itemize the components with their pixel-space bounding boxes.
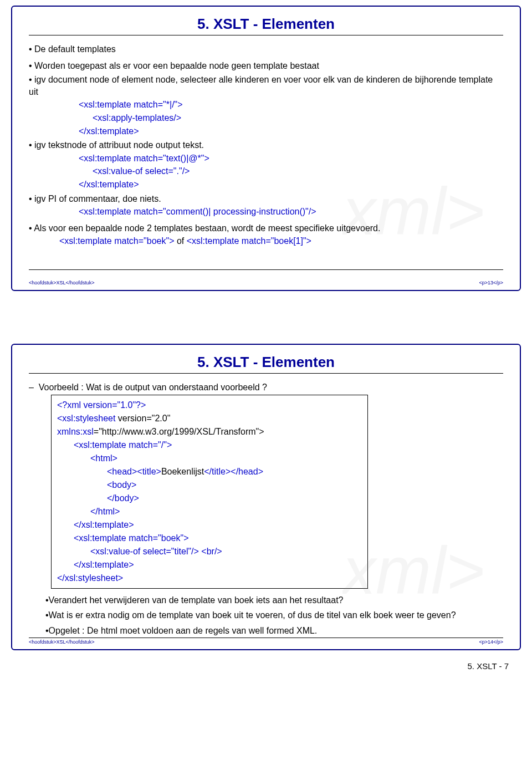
text: Verandert het verwijderen van de templat…	[49, 595, 344, 605]
slide-content: • De default templates • Worden toegepas…	[29, 43, 503, 247]
text: Opgelet : De html moet voldoen aan de re…	[49, 626, 318, 635]
slide-title: 5. XSLT - Elementen	[29, 354, 503, 371]
code-fragment: Boekenlijst	[161, 467, 204, 476]
code-fragment: <xsl:template match="boek[1]">	[187, 236, 311, 246]
code-line: <xsl:template match="boek"> of <xsl:temp…	[59, 235, 503, 247]
bullet-level3: • igv document node of element node, sel…	[29, 74, 503, 98]
code-fragment: version="2.0"	[118, 414, 171, 423]
page-footer: 5. XSLT - 7	[11, 660, 521, 675]
bullet-level3: • igv tekstnode of attribuut node output…	[29, 139, 503, 151]
slide-content: – Voorbeeld : Wat is de output van onder…	[29, 381, 503, 636]
code-line: </html>	[90, 505, 362, 518]
code-fragment: <head><title>	[107, 467, 161, 476]
code-line: <xsl:value-of select="."/>	[93, 165, 503, 177]
title-divider	[29, 35, 503, 35]
bullet-level2: • Worden toegepast als er voor een bepaa…	[29, 60, 503, 72]
code-fragment: <xsl:template match="boek">	[59, 236, 174, 246]
bullet-level2: – Voorbeeld : Wat is de output van onder…	[29, 381, 503, 394]
footer-right: <p>14</p>	[479, 639, 503, 645]
title-divider	[29, 373, 503, 374]
code-line: <xsl:stylesheet version="2.0"	[57, 412, 362, 425]
code-line: xmlns:xsl="http://www.w3.org/1999/XSL/Tr…	[57, 425, 362, 439]
text: Voorbeeld : Wat is de output van onderst…	[39, 383, 267, 392]
code-line: <xsl:template match="text()|@*">	[79, 152, 503, 165]
bullet-level1: • De default templates	[29, 43, 503, 55]
slide-13: xml> 5. XSLT - Elementen • De default te…	[11, 6, 521, 291]
code-fragment: xmlns:xsl	[57, 427, 94, 436]
code-line: </xsl:template>	[74, 558, 362, 572]
code-fragment: <xsl:stylesheet	[57, 414, 118, 423]
footer-left: <hoofdstuk>XSL</hoofdstuk>	[29, 639, 95, 645]
code-box: <?xml version="1.0"?> <xsl:stylesheet ve…	[51, 395, 368, 589]
code-line: <body>	[107, 478, 362, 492]
code-line: </body>	[107, 492, 362, 505]
text: igv tekstnode of attribuut node output t…	[34, 140, 204, 150]
bullet-level2: • Als voor een bepaalde node 2 templates…	[29, 222, 503, 234]
text: Worden toegepast als er voor een bepaald…	[34, 61, 319, 70]
footer-left: <hoofdstuk>XSL</hoofdstuk>	[29, 280, 95, 285]
slide-14: xml> 5. XSLT - Elementen – Voorbeeld : W…	[11, 344, 521, 650]
text: De default templates	[34, 44, 116, 54]
code-line: </xsl:template>	[74, 518, 362, 532]
code-line: </xsl:template>	[79, 179, 503, 191]
code-line: <?xml version="1.0"?>	[57, 399, 362, 412]
code-line: </xsl:stylesheet>	[57, 572, 362, 585]
code-line: <head><title>Boekenlijst</title></head>	[107, 465, 362, 478]
code-fragment: </title></head>	[204, 467, 263, 476]
code-fragment: <br/>	[199, 547, 222, 556]
text: of	[174, 236, 186, 246]
bullet-level3: • igv PI of commentaar, doe niets.	[29, 193, 503, 205]
text: Als voor een bepaalde node 2 templates b…	[34, 223, 380, 233]
code-fragment: <xsl:value-of select="titel"/>	[90, 547, 199, 556]
text: igv PI of commentaar, doe niets.	[34, 194, 161, 203]
footer-right: <p>13</p>	[479, 280, 503, 285]
code-line: </xsl:template>	[79, 125, 503, 137]
bullet-question: •Verandert het verwijderen van de templa…	[45, 594, 503, 606]
bullet-question: •Wat is er extra nodig om de template va…	[45, 609, 503, 621]
code-line: <xsl:apply-templates/>	[93, 112, 503, 124]
code-line: <xsl:template match="boek">	[74, 532, 362, 545]
code-line: <xsl:value-of select="titel"/> <br/>	[90, 545, 362, 558]
bullet-question: •Opgelet : De html moet voldoen aan de r…	[45, 625, 503, 637]
code-line: <xsl:template match="*|/">	[79, 99, 503, 111]
code-line: <xsl:template match="/">	[74, 439, 362, 452]
text: Wat is er extra nodig om de template van…	[49, 610, 456, 620]
code-line: <xsl:template match="comment()| processi…	[79, 206, 503, 218]
text: igv document node of element node, selec…	[29, 75, 493, 96]
code-line: <html>	[90, 452, 362, 465]
slide-title: 5. XSLT - Elementen	[29, 16, 503, 33]
code-fragment: ="http://www.w3.org/1999/XSL/Transform">	[94, 427, 264, 436]
slide-footer: <hoofdstuk>XSL</hoofdstuk> <p>13</p>	[29, 269, 503, 285]
slide-footer: <hoofdstuk>XSL</hoofdstuk> <p>14</p>	[29, 638, 503, 645]
